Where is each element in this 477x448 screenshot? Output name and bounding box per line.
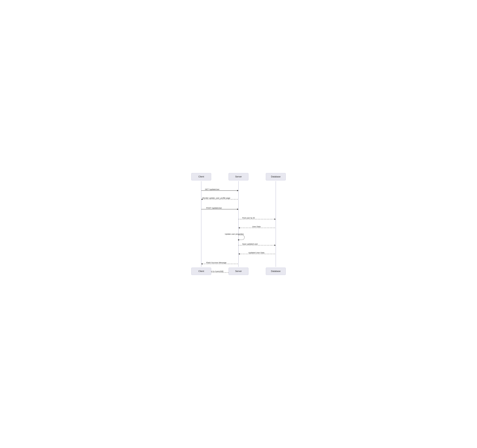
- lifeline-client: [201, 181, 201, 267]
- msg9-label: Flash Success Message: [206, 262, 227, 264]
- msg8-line: [238, 254, 276, 254]
- lifeline-database: [276, 181, 276, 267]
- msg1-label: GET /updateUser: [205, 188, 219, 190]
- actor-database-bottom: Database: [266, 268, 286, 275]
- msg6-selfloop-arrowhead: [238, 239, 239, 241]
- msg3-arrowhead: [237, 209, 238, 210]
- actor-server-bottom: Server: [229, 268, 248, 275]
- msg4-arrowhead: [274, 218, 276, 220]
- msg5-label: User Data: [252, 226, 261, 228]
- msg4-line: [238, 219, 276, 219]
- msg8-arrowhead: [238, 253, 240, 255]
- actor-server-top: Server: [229, 173, 248, 180]
- msg6-selfloop: [238, 235, 244, 240]
- msg7-arrowhead: [274, 245, 276, 246]
- msg4-label: Find user by ID: [242, 217, 255, 219]
- msg5-arrowhead: [238, 227, 240, 229]
- msg6-label: Update user properties: [225, 233, 244, 235]
- msg3-label: POST /updateUser: [206, 207, 222, 209]
- msg2-arrowhead: [201, 198, 203, 200]
- msg9-arrowhead: [201, 263, 203, 265]
- msg7-line: [238, 245, 276, 245]
- actor-database-top: Database: [266, 173, 286, 180]
- msg5-line: [238, 228, 276, 228]
- msg1-line: [201, 191, 238, 191]
- msg2-line: [201, 199, 238, 199]
- sequence-diagram: Client Server Database GET /updateUser R…: [183, 171, 294, 277]
- actor-client-bottom: Client: [191, 268, 211, 275]
- msg1-arrowhead: [237, 190, 238, 191]
- msg3-line: [201, 209, 238, 209]
- actor-client-top: Client: [191, 173, 211, 180]
- msg8-label: Updated User Data: [248, 251, 264, 254]
- msg2-label: Render update_user_profile page: [203, 197, 230, 199]
- msg7-label: Save updated user: [242, 243, 258, 245]
- msg9-line: [201, 264, 238, 264]
